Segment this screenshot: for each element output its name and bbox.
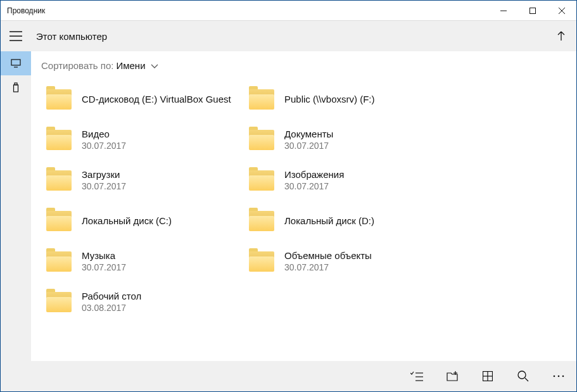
item-date: 30.07.2017: [82, 262, 126, 274]
close-icon: [559, 8, 565, 14]
window-title: Проводник: [7, 6, 489, 15]
svg-rect-7: [11, 60, 20, 65]
select-mode-button[interactable]: [399, 361, 434, 391]
chevron-down-icon: [151, 60, 158, 71]
minimize-icon: [500, 8, 507, 14]
folder-icon: [246, 251, 277, 272]
folder-item[interactable]: Рабочий стол03.08.2017: [41, 282, 244, 322]
item-name: Рабочий стол: [82, 291, 141, 303]
sidebar-item-removable[interactable]: [1, 75, 31, 99]
folder-icon: [246, 130, 277, 150]
svg-point-22: [558, 376, 560, 377]
item-date: 30.07.2017: [284, 181, 344, 193]
item-date: 30.07.2017: [82, 141, 126, 152]
item-name: Видео: [82, 129, 126, 141]
new-folder-button[interactable]: [434, 361, 470, 391]
item-date: 03.08.2017: [82, 303, 141, 314]
svg-rect-9: [14, 85, 18, 92]
up-button[interactable]: [546, 21, 576, 51]
new-folder-icon: [447, 371, 458, 381]
folder-icon: [44, 292, 74, 312]
header: Этот компьютер: [1, 21, 576, 51]
folder-item[interactable]: Объемные объекты30.07.2017: [244, 241, 447, 282]
item-date: 30.07.2017: [284, 262, 372, 274]
item-name: Изображения: [284, 169, 344, 181]
svg-point-21: [554, 376, 555, 377]
item-name: CD-дисковод (E:) VirtualBox Guest: [82, 94, 231, 106]
folder-icon: [44, 251, 74, 272]
sort-value: Имени: [116, 60, 145, 71]
folder-icon: [246, 89, 277, 110]
file-grid: CD-дисковод (E:) VirtualBox GuestPublic …: [31, 79, 576, 361]
item-name: Локальный диск (C:): [82, 215, 172, 227]
sidebar-item-this-pc[interactable]: [1, 51, 31, 75]
maximize-button[interactable]: [518, 1, 547, 21]
folder-item[interactable]: CD-дисковод (E:) VirtualBox Guest: [41, 79, 244, 120]
item-name: Загрузки: [82, 169, 126, 181]
search-button[interactable]: [505, 361, 541, 391]
svg-point-19: [518, 371, 526, 379]
folder-icon: [44, 130, 74, 150]
more-button[interactable]: [541, 361, 576, 391]
ellipsis-icon: [553, 375, 564, 377]
item-name: Музыка: [82, 250, 126, 262]
up-arrow-icon: [556, 31, 566, 41]
hamburger-icon: [10, 31, 22, 41]
folder-item[interactable]: Public (\\vboxsrv) (F:): [244, 79, 447, 120]
folder-icon: [246, 211, 277, 231]
sort-button[interactable]: Сортировать по: Имени: [31, 51, 576, 79]
window: Проводник Этот компьютер: [0, 0, 577, 392]
search-icon: [517, 370, 529, 382]
svg-rect-10: [15, 83, 17, 85]
menu-button[interactable]: [1, 21, 31, 51]
titlebar: Проводник: [1, 1, 576, 21]
grid-icon: [483, 371, 493, 381]
maximize-icon: [529, 8, 536, 14]
svg-point-23: [562, 376, 564, 377]
footer: [1, 361, 576, 391]
item-name: Объемные объекты: [284, 250, 372, 262]
folder-item[interactable]: Изображения30.07.2017: [244, 160, 447, 201]
folder-icon: [44, 89, 74, 110]
item-date: 30.07.2017: [284, 141, 333, 152]
item-name: Документы: [284, 129, 333, 141]
folder-item[interactable]: Загрузки30.07.2017: [41, 160, 244, 201]
svg-rect-1: [530, 8, 536, 13]
folder-item[interactable]: Документы30.07.2017: [244, 120, 447, 160]
usb-icon: [13, 82, 19, 92]
sort-label: Сортировать по:: [41, 60, 113, 71]
view-layout-button[interactable]: [470, 361, 505, 391]
this-pc-icon: [11, 59, 21, 68]
sidebar: [1, 51, 31, 361]
body: Сортировать по: Имени CD-дисковод (E:) V…: [1, 51, 576, 361]
main: Сортировать по: Имени CD-дисковод (E:) V…: [31, 51, 576, 361]
folder-item[interactable]: Локальный диск (C:): [41, 201, 244, 241]
folder-item[interactable]: Видео30.07.2017: [41, 120, 244, 160]
location-text[interactable]: Этот компьютер: [31, 31, 546, 42]
folder-icon: [44, 211, 74, 231]
item-date: 30.07.2017: [82, 181, 126, 193]
folder-icon: [246, 170, 277, 191]
folder-icon: [44, 170, 74, 191]
minimize-button[interactable]: [489, 1, 518, 21]
close-button[interactable]: [547, 1, 576, 21]
item-name: Локальный диск (D:): [284, 215, 374, 227]
svg-line-20: [525, 378, 528, 381]
checklist-icon: [410, 371, 423, 381]
folder-item[interactable]: Музыка30.07.2017: [41, 241, 244, 282]
item-name: Public (\\vboxsrv) (F:): [284, 94, 375, 106]
folder-item[interactable]: Локальный диск (D:): [244, 201, 447, 241]
